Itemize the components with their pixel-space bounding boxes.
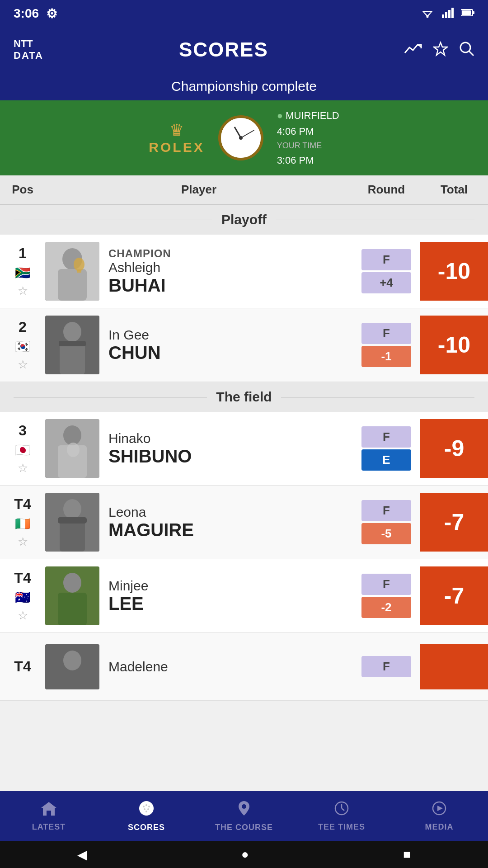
signal-icon xyxy=(442,7,454,20)
total-score: -10 xyxy=(420,242,488,301)
home-button[interactable]: ● xyxy=(241,847,249,862)
col-header-total: Total xyxy=(420,183,488,197)
total-score: -7 xyxy=(420,566,488,625)
total-score: -10 xyxy=(420,316,488,374)
android-navigation: ◀ ● ■ xyxy=(0,841,488,868)
total-score: -9 xyxy=(420,419,488,478)
player-score: F E xyxy=(352,426,420,471)
svg-point-19 xyxy=(63,322,81,342)
header-actions xyxy=(404,41,474,58)
player-info: CHAMPION Ashleigh BUHAI xyxy=(108,247,352,296)
player-photo xyxy=(45,316,99,374)
table-row[interactable]: 1 🇿🇦 ☆ CHAMPION Ashleigh BUHAI F +4 -10 xyxy=(0,235,488,308)
round-score: -5 xyxy=(361,523,411,544)
player-info: Minjee LEE xyxy=(108,578,352,614)
svg-point-2 xyxy=(427,16,429,18)
svg-rect-15 xyxy=(58,269,87,301)
player-score: F -5 xyxy=(352,500,420,544)
svg-rect-3 xyxy=(442,14,444,18)
favorite-star[interactable]: ☆ xyxy=(18,358,28,372)
table-row[interactable]: T4 🇦🇺 ☆ Minjee LEE F -2 -7 xyxy=(0,559,488,633)
wifi-icon xyxy=(420,7,435,20)
round-label: F xyxy=(361,249,411,270)
chart-icon[interactable] xyxy=(404,41,422,58)
nav-scores[interactable]: SCORES xyxy=(98,791,195,841)
svg-point-23 xyxy=(63,425,81,445)
favorite-star[interactable]: ☆ xyxy=(18,609,28,623)
player-score: F xyxy=(352,656,420,677)
home-icon xyxy=(41,801,57,820)
player-info: Hinako SHIBUNO xyxy=(108,431,352,467)
table-row[interactable]: 2 🇰🇷 ☆ In Gee CHUN F -1 -10 xyxy=(0,308,488,382)
total-score: -7 xyxy=(420,493,488,552)
svg-rect-17 xyxy=(77,270,81,273)
table-row[interactable]: T4 🇮🇪 ☆ Leona MAGUIRE F -5 -7 xyxy=(0,486,488,559)
svg-rect-6 xyxy=(451,8,454,18)
svg-point-41 xyxy=(147,808,149,810)
status-bar: 3:06 ⚙ xyxy=(0,0,488,27)
nav-course[interactable]: THE COURSE xyxy=(195,791,293,841)
rolex-time-info: ● MUIRFIELD 4:06 PM YOUR TIME 3:06 PM xyxy=(277,108,339,168)
svg-point-36 xyxy=(139,801,154,816)
round-score: +4 xyxy=(361,272,411,293)
ntt-data-logo: NTT DATA xyxy=(14,38,43,62)
svg-point-31 xyxy=(63,573,81,593)
table-row[interactable]: 3 🇯🇵 ☆ Hinako SHIBUNO F E -9 xyxy=(0,412,488,486)
player-position: 1 🇿🇦 ☆ xyxy=(0,245,45,298)
player-position: T4 xyxy=(0,658,45,675)
championship-banner: Championship complete xyxy=(0,72,488,100)
svg-rect-4 xyxy=(445,12,447,18)
page-title: SCORES xyxy=(179,38,268,61)
svg-rect-32 xyxy=(58,593,87,625)
favorite-star[interactable]: ☆ xyxy=(18,535,28,549)
nav-latest[interactable]: LATEST xyxy=(0,791,98,841)
svg-point-11 xyxy=(460,42,470,52)
player-position: 3 🇯🇵 ☆ xyxy=(0,422,45,475)
player-score: F -1 xyxy=(352,323,420,367)
player-photo xyxy=(45,419,99,478)
favorites-icon[interactable] xyxy=(433,41,448,58)
round-label: F xyxy=(361,426,411,448)
player-info: Leona MAGUIRE xyxy=(108,505,352,540)
player-position: T4 🇮🇪 ☆ xyxy=(0,496,45,549)
col-header-player: Player xyxy=(45,183,352,197)
player-score: F -2 xyxy=(352,574,420,618)
main-content: Pos Player Round Total Playoff 1 🇿🇦 ☆ xyxy=(0,175,488,778)
round-label: F xyxy=(361,656,411,677)
section-the-field: The field xyxy=(0,382,488,412)
svg-rect-5 xyxy=(448,10,450,18)
col-header-round: Round xyxy=(352,183,420,197)
svg-point-43 xyxy=(242,804,246,809)
svg-point-42 xyxy=(145,811,147,812)
svg-rect-9 xyxy=(462,10,471,15)
svg-rect-21 xyxy=(59,341,86,346)
player-score: F +4 xyxy=(352,249,420,293)
round-score: -1 xyxy=(361,346,411,367)
rolex-clock xyxy=(218,115,263,160)
svg-marker-48 xyxy=(437,806,443,811)
recents-button[interactable]: ■ xyxy=(403,847,411,862)
status-time: 3:06 xyxy=(14,6,39,21)
svg-point-37 xyxy=(143,806,145,807)
svg-rect-28 xyxy=(60,519,85,552)
table-row[interactable]: T4 Madelene F xyxy=(0,633,488,701)
golf-ball-icon xyxy=(138,800,155,820)
svg-point-34 xyxy=(63,651,81,670)
back-button[interactable]: ◀ xyxy=(77,847,87,862)
favorite-star[interactable]: ☆ xyxy=(18,284,28,298)
nav-tee-times[interactable]: TEE TIMES xyxy=(293,791,390,841)
nav-media[interactable]: MEDIA xyxy=(390,791,488,841)
player-info: In Gee CHUN xyxy=(108,327,352,363)
play-icon xyxy=(432,801,447,820)
rolex-banner: ♛ ROLEX ● MUIRFIELD 4:06 PM YOUR TIME 3:… xyxy=(0,100,488,175)
player-photo xyxy=(45,242,99,301)
svg-rect-8 xyxy=(473,11,474,14)
app-header: NTT DATA SCORES xyxy=(0,27,488,72)
svg-line-12 xyxy=(469,51,474,56)
search-icon[interactable] xyxy=(459,41,474,58)
round-label: F xyxy=(361,323,411,344)
svg-point-27 xyxy=(63,499,81,519)
svg-marker-10 xyxy=(434,42,447,55)
round-label: F xyxy=(361,574,411,595)
favorite-star[interactable]: ☆ xyxy=(18,461,28,475)
